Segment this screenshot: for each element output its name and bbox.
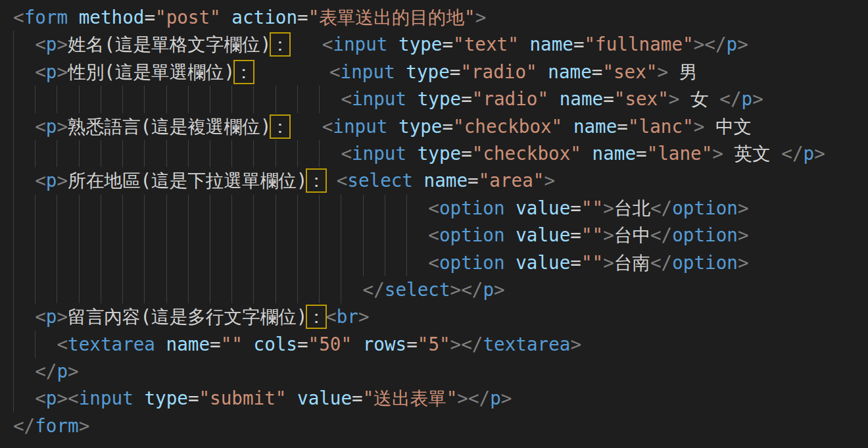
string-value: "submit": [199, 387, 287, 409]
tag-name: select: [347, 170, 413, 191]
code-line[interactable]: <option value="">台中</option>: [13, 222, 868, 249]
attribute-name: name: [529, 34, 573, 55]
whitespace: [253, 61, 329, 83]
tag-punctuation: </: [781, 143, 803, 164]
code-line[interactable]: <p>留言內容(這是多行文字欄位)：<br>: [13, 303, 868, 330]
tag-punctuation: <: [322, 34, 333, 55]
tag-name: p: [804, 143, 815, 164]
code-line[interactable]: <p>性別(這是單選欄位)： <input type="radio" name=…: [13, 59, 868, 86]
string-value: "radio": [460, 61, 537, 83]
code-line[interactable]: <form method="post" action="表單送出的目的地">: [13, 4, 868, 31]
tag-punctuation: </: [650, 224, 672, 246]
code-line[interactable]: </form>: [13, 412, 868, 439]
attribute-name: method: [79, 7, 145, 28]
whitespace: [289, 34, 322, 55]
tag-punctuation: </: [13, 415, 35, 437]
attribute-name: type: [418, 143, 461, 164]
string-value: "radio": [472, 88, 548, 110]
code-editor-area[interactable]: <form method="post" action="表單送出的目的地"><p…: [0, 0, 868, 448]
tag-punctuation: >: [57, 170, 68, 191]
unicode-highlight-colon: ：: [307, 170, 326, 191]
indent-guides: [13, 276, 363, 303]
text-content: 中文: [704, 116, 752, 137]
equals-sign: =: [406, 334, 418, 355]
code-line[interactable]: <p>姓名(這是單格文字欄位)： <input type="text" name…: [13, 31, 868, 58]
tag-punctuation: >: [603, 197, 614, 219]
tag-punctuation: >: [501, 387, 512, 409]
whitespace: [581, 143, 592, 164]
tag-name: p: [742, 88, 753, 110]
equals-sign: =: [570, 224, 581, 246]
text-content: 留言內容(這是多行文字欄位): [68, 306, 307, 328]
code-line[interactable]: <p>所在地區(這是下拉選單欄位)： <select name="area">: [13, 167, 868, 194]
whitespace: [406, 143, 418, 164]
tag-punctuation: >: [738, 252, 749, 274]
attribute-name: name: [573, 116, 617, 137]
text-content: 所在地區(這是下拉選單欄位): [68, 170, 307, 191]
attribute-name: type: [144, 387, 187, 409]
whitespace: [387, 34, 398, 55]
string-value: "送出表單": [363, 387, 458, 409]
tag-name: p: [46, 34, 57, 55]
tag-punctuation: >: [57, 306, 68, 328]
code-line[interactable]: <textarea name="" cols="50" rows="5"></t…: [13, 331, 868, 358]
string-value: "表單送出的目的地": [308, 7, 475, 28]
string-value: "fullname": [585, 34, 694, 55]
text-content: 台南: [614, 252, 650, 274]
equals-sign: =: [461, 88, 472, 110]
tag-name: br: [337, 306, 358, 328]
string-value: "checkbox": [472, 143, 581, 164]
tag-name: form: [24, 7, 68, 28]
attribute-name: name: [166, 334, 210, 355]
string-value: "lanc": [628, 116, 694, 137]
tag-name: p: [57, 361, 68, 382]
string-value: "": [581, 197, 603, 219]
tag-punctuation: </: [461, 279, 483, 301]
whitespace: [243, 334, 254, 355]
tag-name: option: [439, 224, 505, 246]
whitespace: [155, 334, 166, 355]
attribute-name: value: [516, 224, 570, 246]
indent-guides: [13, 140, 341, 167]
indent-guides: [13, 59, 35, 86]
code-line[interactable]: <input type="checkbox" name="lane"> 英文 <…: [13, 140, 868, 167]
indent-guides: [13, 222, 428, 249]
tag-punctuation: <: [57, 334, 68, 355]
code-line[interactable]: </p>: [13, 358, 868, 385]
tag-name: textarea: [483, 334, 570, 355]
tag-punctuation: >: [57, 34, 68, 55]
attribute-name: name: [548, 61, 591, 83]
equals-sign: =: [442, 116, 453, 137]
tag-punctuation: >: [603, 224, 614, 246]
tag-punctuation: <: [35, 306, 46, 328]
string-value: "": [581, 252, 603, 274]
tag-punctuation: </: [468, 387, 490, 409]
string-value: "50": [308, 334, 352, 355]
unicode-highlight-colon: ：: [271, 34, 289, 55]
tag-punctuation: >: [712, 143, 723, 164]
code-line[interactable]: <p><input type="submit" value="送出表單"></p…: [13, 385, 868, 412]
code-line[interactable]: <option value="">台南</option>: [13, 249, 868, 276]
whitespace: [221, 7, 232, 28]
code-line[interactable]: <input type="radio" name="sex"> 女 </p>: [13, 86, 868, 112]
tag-punctuation: >: [68, 361, 79, 382]
tag-punctuation: <: [68, 387, 79, 409]
text-content: 姓名(這是單格文字欄位): [68, 34, 271, 55]
indent-guides: [13, 31, 35, 58]
whitespace: [133, 387, 145, 409]
tag-name: option: [672, 197, 738, 219]
attribute-name: rows: [363, 334, 406, 355]
tag-punctuation: </: [704, 34, 726, 55]
equals-sign: =: [592, 61, 603, 83]
code-line[interactable]: </select></p>: [13, 276, 868, 303]
equals-sign: =: [450, 61, 461, 83]
indent-guides: [13, 249, 428, 276]
equals-sign: =: [297, 334, 308, 355]
code-line[interactable]: <p>熟悉語言(這是複選欄位)： <input type="checkbox" …: [13, 113, 868, 140]
whitespace: [505, 197, 516, 219]
code-line[interactable]: <option value="">台北</option>: [13, 195, 868, 222]
whitespace: [548, 88, 560, 110]
indent-guides: [13, 167, 35, 194]
tag-punctuation: <: [322, 116, 333, 137]
text-content: 英文: [723, 143, 781, 164]
